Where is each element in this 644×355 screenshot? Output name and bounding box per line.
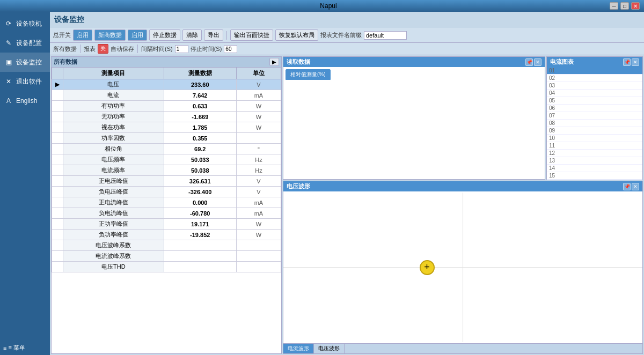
clear-button[interactable]: 清除 [182,29,202,41]
col-unit-header: 单位 [236,68,281,79]
config-icon: ✎ [3,38,14,48]
sidebar-item-device-connect[interactable]: ⟳ 设备联机 [0,14,50,33]
table-row[interactable]: 正功率峰值 19.171 W [52,219,281,230]
list-item[interactable]: 04 [547,90,642,97]
table-row[interactable]: 无功功率 -1.669 W [52,112,281,122]
table-row[interactable]: 正电流峰值 0.000 mA [52,197,281,208]
sidebar-item-device-config[interactable]: ✎ 设备配置 [0,33,50,53]
list-item[interactable]: 06 [547,105,642,112]
cg-pin-button[interactable]: 📌 [623,58,631,66]
cg-row-val [562,135,640,141]
measurement-unit: mA [236,90,281,101]
measurement-unit [236,133,281,144]
table-row[interactable]: 有功功率 0.633 W [52,101,281,112]
table-row[interactable]: 负功率峰值 -19.852 W [52,230,281,240]
restore-default-button[interactable]: 恢复默认布局 [275,29,318,41]
list-item[interactable]: 09 [547,127,642,135]
right-panels: 读取数据 📌 ✕ 相对值测量(%) [283,56,643,354]
sidebar-item-language[interactable]: A English [0,91,50,110]
table-row[interactable]: 相位角 69.2 ° [52,144,281,154]
page-title: 设备监控 [50,12,644,28]
new-data-enable-button[interactable]: 启用 [128,29,147,41]
measurement-name: 功率因数 [63,133,164,144]
list-item[interactable]: 08 [547,120,642,127]
cg-row-num: 03 [549,83,562,88]
measurement-unit: W [236,219,281,230]
table-row[interactable]: ▶ 电压 233.60 V [52,79,281,90]
measurement-unit: mA [236,197,281,208]
measurement-unit: V [236,79,281,90]
measurement-name: 电流频率 [63,165,164,176]
list-item[interactable]: 07 [547,112,642,120]
sidebar-item-exit[interactable]: ✕ 退出软件 [0,72,50,91]
expand-button[interactable]: ▶ [269,58,279,66]
sidebar-label-exit: 退出软件 [16,77,42,86]
stop-input[interactable] [224,45,237,53]
menu-icon: ≡ [3,345,6,351]
list-item[interactable]: 05 [547,97,642,105]
export-button[interactable]: 导出 [204,29,223,41]
waveform-panel: 电压波形 📌 ✕ + [283,181,643,354]
list-item[interactable]: 01 [547,67,642,75]
menu-button[interactable]: ≡ ≡ 菜单 [0,341,50,355]
minimize-button[interactable]: ─ [610,2,618,10]
reading-panel: 读取数据 📌 ✕ 相对值测量(%) [283,56,545,180]
list-item[interactable]: 15 [547,172,642,180]
table-row[interactable]: 视在功率 1.785 W [52,122,281,133]
table-row[interactable]: 负电压峰值 -326.400 V [52,187,281,197]
cg-row-num: 10 [549,135,562,141]
list-item[interactable]: 12 [547,150,642,157]
table-row[interactable]: 电流波峰系数 [52,251,281,262]
list-item[interactable]: 10 [547,135,642,142]
reading-pin-button[interactable]: 📌 [525,58,533,66]
table-row[interactable]: 正电压峰值 326.631 V [52,176,281,187]
cg-row-num: 11 [549,143,562,149]
table-row[interactable]: 功率因数 0.355 [52,133,281,144]
measurement-name: 有功功率 [63,101,164,112]
sub-toolbar: 所有数据 报表 关 自动保存 间隔时间(S) 停止时间(S) [50,43,644,55]
measurement-value: 0.633 [164,101,236,112]
wave-tab-current[interactable]: 电流波形 [283,344,314,353]
measurement-name: 负电流峰值 [63,208,164,219]
reading-close-button[interactable]: ✕ [534,58,541,66]
table-row[interactable]: 电压频率 50.033 Hz [52,154,281,165]
export-page-button[interactable]: 输出百面快捷 [230,29,273,41]
close-button-2[interactable]: 关 [98,44,108,54]
table-row[interactable]: 电压THD [52,262,281,272]
maximize-button[interactable]: □ [620,2,629,10]
waveform-pin-button[interactable]: 📌 [623,183,631,190]
measurement-unit [236,240,281,251]
measurement-unit: W [236,122,281,133]
interval-input[interactable] [175,45,188,53]
tab-relative-measurement[interactable]: 相对值测量(%) [286,69,331,80]
main-content: 设备监控 总开关 启用 新商数据 启用 停止数据 清除 导出 输出百面快捷 恢复… [50,12,644,355]
list-item[interactable]: 03 [547,82,642,90]
wave-tab-voltage[interactable]: 电压波形 [314,344,345,353]
measurement-table: 测量项目 测量数据 单位 ▶ 电压 233.60 V 电流 7.642 mA 有… [52,67,281,353]
table-row[interactable]: 电压波峰系数 [52,240,281,251]
row-indicator: ▶ [52,79,63,90]
cg-close-button[interactable]: ✕ [632,58,639,66]
measurement-name: 相位角 [63,144,164,154]
cg-row-val [562,90,640,96]
master-switch-on-button[interactable]: 启用 [73,29,92,41]
list-item[interactable]: 11 [547,142,642,150]
measurement-name: 电压频率 [63,154,164,165]
table-row[interactable]: 电流频率 50.038 Hz [52,165,281,176]
waveform-panel-header: 电压波形 📌 ✕ [283,181,642,191]
measurement-value: -19.852 [164,230,236,240]
table-row[interactable]: 负电流峰值 -60.780 mA [52,208,281,219]
list-item[interactable]: 14 [547,165,642,172]
measurement-name: 电压波峰系数 [63,240,164,251]
sidebar-item-device-monitor[interactable]: ▣ 设备监控 [0,53,50,72]
list-item[interactable]: 02 [547,75,642,82]
report-name-input[interactable] [364,31,407,40]
stop-data-button[interactable]: 停止数据 [149,29,180,41]
waveform-close-button[interactable]: ✕ [632,183,639,190]
list-item[interactable]: 13 [547,157,642,165]
close-button[interactable]: ✕ [631,2,640,10]
row-indicator [52,144,63,154]
table-row[interactable]: 电流 7.642 mA [52,90,281,101]
zoom-plus-button[interactable]: + [420,260,435,275]
new-data-button[interactable]: 新商数据 [94,29,126,41]
